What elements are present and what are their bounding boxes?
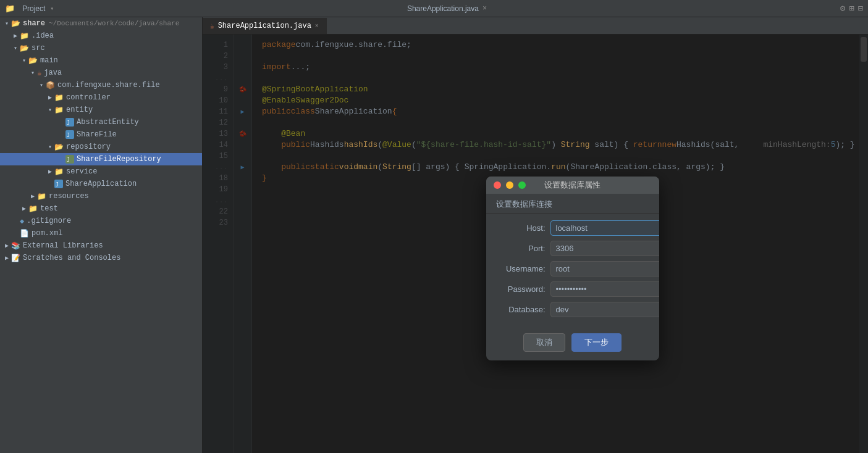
sidebar-item-share-application[interactable]: J ShareApplication (0, 178, 202, 190)
sidebar-item-label: controller (66, 93, 111, 102)
expand-arrow-scratches: ▶ (2, 254, 11, 262)
modal-title: 设置数据库属性 (544, 180, 600, 191)
code-editor: 1 2 3 ... 9 10 11 12 13 14 15 ... 18 19 … (203, 35, 868, 453)
modal-overlay: 设置数据库属性 设置数据库连接 Host: Port: (203, 35, 868, 453)
sidebar-item-controller[interactable]: ▶ 📁 controller (0, 91, 202, 104)
form-row-host: Host: (496, 220, 649, 236)
java-file-icon-sfr: J (65, 155, 74, 164)
folder-icon-src: 📂 (20, 44, 29, 53)
form-row-database: Database: (496, 302, 649, 317)
tab-title: ShareApplication.java (407, 4, 479, 13)
port-input[interactable] (550, 241, 659, 256)
sidebar-item-label: repository (66, 143, 111, 151)
expand-arrow-res: ▶ (28, 193, 37, 200)
sidebar-item-path: ~/Documents/work/code/java/share (49, 20, 179, 27)
traffic-light-green[interactable] (518, 181, 526, 189)
sidebar-item-label: service (66, 167, 97, 176)
sidebar-item-label: Scratches and Consoles (23, 254, 120, 262)
scratches-icon: 📝 (11, 254, 20, 263)
sidebar-item-share-file[interactable]: J ShareFile (0, 128, 202, 141)
settings-icon[interactable]: ⚙ (840, 3, 845, 14)
form-row-password: Password: (496, 281, 649, 297)
folder-icon-svc: 📁 (54, 167, 64, 177)
sidebar-item-label: main (40, 56, 58, 65)
editor-tab-share-application[interactable]: ☕ ShareApplication.java × (203, 18, 327, 34)
folder-icon-idea: 📁 (20, 31, 29, 41)
expand-arrow-ext: ▶ (2, 242, 11, 249)
expand-arrow-ctrl: ▶ (46, 94, 54, 101)
tab-close-btn[interactable]: × (482, 4, 487, 13)
sidebar-item-label: ShareFileRepository (77, 155, 161, 164)
sidebar-item-label: pom.xml (32, 229, 62, 238)
port-label: Port: (496, 244, 546, 253)
traffic-light-yellow[interactable] (506, 181, 513, 189)
traffic-light-red[interactable] (494, 181, 501, 189)
folder-icon-main: 📂 (28, 56, 38, 65)
sidebar-item-label: share (23, 19, 45, 28)
expand-arrow-pkg: ▾ (37, 81, 46, 89)
next-button[interactable]: 下一步 (571, 333, 622, 352)
sidebar-item-repository[interactable]: ▾ 📂 repository (0, 141, 202, 153)
sidebar-item-java[interactable]: ▾ ☕ java (0, 67, 202, 79)
folder-icon-ctrl: 📁 (54, 93, 64, 102)
sidebar-item-pom[interactable]: 📄 pom.xml (0, 227, 202, 239)
main-layout: ▾ 📂 share ~/Documents/work/code/java/sha… (0, 17, 868, 453)
username-input[interactable] (550, 261, 659, 276)
title-bar-left: 📁 Project ▾ (5, 4, 54, 14)
project-label[interactable]: Project (22, 4, 45, 13)
gitignore-icon: ◆ (20, 217, 24, 226)
expand-arrow-repo: ▾ (46, 143, 54, 151)
cancel-button[interactable]: 取消 (523, 333, 565, 352)
sidebar-item-label: src (32, 44, 45, 52)
sidebar-item-label: ShareApplication (65, 180, 137, 188)
svg-text:J: J (67, 120, 70, 126)
sidebar-item-label: com.ifengxue.share.file (57, 81, 160, 89)
sidebar-item-external-libs[interactable]: ▶ 📚 External Libraries (0, 239, 202, 252)
sidebar-item-label: entity (66, 106, 93, 114)
modal-titlebar: 设置数据库属性 (486, 177, 659, 194)
sidebar-item-label: .idea (32, 31, 54, 40)
sidebar-item-label: AbstractEntity (77, 118, 139, 127)
sidebar-item-label: .gitignore (27, 217, 71, 225)
sidebar-item-label: resources (49, 192, 89, 201)
expand-arrow-entity: ▾ (46, 106, 54, 114)
sidebar-item-share-file-repository[interactable]: J ShareFileRepository (0, 153, 202, 165)
password-label: Password: (496, 285, 546, 294)
folder-icon-test: 📁 (28, 204, 38, 214)
sidebar-item-abstract-entity[interactable]: J AbstractEntity (0, 116, 202, 128)
folder-icon-res: 📁 (37, 192, 46, 201)
sidebar-item-test[interactable]: ▶ 📁 test (0, 202, 202, 215)
database-input[interactable] (550, 302, 659, 317)
host-label: Host: (496, 223, 546, 233)
sidebar-item-resources[interactable]: ▶ 📁 resources (0, 190, 202, 202)
library-icon: 📚 (11, 241, 20, 251)
sidebar-item-src[interactable]: ▾ 📂 src (0, 42, 202, 54)
toolbar-icon-2[interactable]: ⊞ (849, 3, 854, 14)
folder-icon-entity: 📁 (54, 106, 64, 115)
svg-text:J: J (56, 182, 59, 188)
sidebar-item-package[interactable]: ▾ 📦 com.ifengxue.share.file (0, 79, 202, 91)
username-label: Username: (496, 264, 546, 273)
svg-text:J: J (67, 133, 70, 138)
sidebar-item-scratches[interactable]: ▶ 📝 Scratches and Consoles (0, 252, 202, 264)
sidebar-item-entity[interactable]: ▾ 📁 entity (0, 104, 202, 116)
sidebar-item-main[interactable]: ▾ 📂 main (0, 54, 202, 67)
xml-icon: 📄 (20, 229, 29, 238)
sidebar-item-share[interactable]: ▾ 📂 share ~/Documents/work/code/java/sha… (0, 17, 202, 30)
java-file-icon-ae: J (65, 118, 74, 127)
toolbar-icon-3[interactable]: ⊟ (858, 3, 863, 14)
host-input[interactable] (550, 220, 659, 236)
sidebar-item-idea[interactable]: ▶ 📁 .idea (0, 30, 202, 42)
editor-tab-close-btn[interactable]: × (315, 23, 319, 30)
password-input[interactable] (550, 281, 659, 297)
editor-tabs: ☕ ShareApplication.java × (203, 17, 868, 35)
sidebar-item-gitignore[interactable]: ◆ .gitignore (0, 215, 202, 227)
java-icon-tab: ☕ (210, 22, 214, 30)
expand-arrow-test: ▶ (20, 205, 28, 212)
folder-icon-share: 📂 (11, 19, 20, 28)
expand-arrow-svc: ▶ (46, 168, 54, 175)
modal-footer: 取消 下一步 (486, 328, 659, 360)
package-icon: 📦 (46, 81, 55, 90)
editor-tab-label: ShareApplication.java (218, 22, 311, 30)
sidebar-item-service[interactable]: ▶ 📁 service (0, 165, 202, 178)
